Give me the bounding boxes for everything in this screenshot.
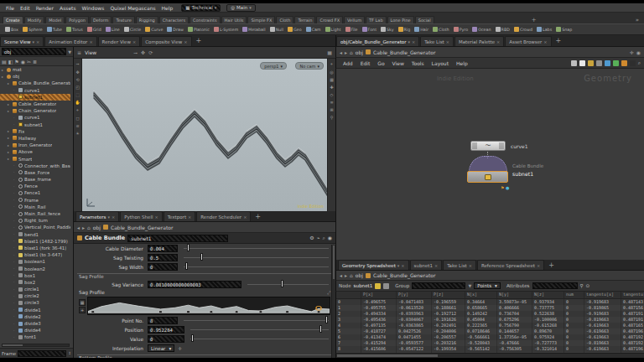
node-input-flag[interactable]	[472, 142, 477, 149]
shelf-add-icon[interactable]: +	[529, 17, 539, 23]
ramp-preset-icon[interactable]: ▦	[79, 299, 86, 306]
column-header[interactable]: N[y]	[497, 292, 532, 298]
tree-item-frame[interactable]: ·Frame	[0, 197, 70, 204]
class-select[interactable]: Points▾	[474, 282, 501, 289]
search-icon[interactable]: ⌕	[638, 59, 641, 66]
expand-arrow-icon[interactable]: ·	[13, 280, 17, 284]
snapshot-icon[interactable]: ◉	[636, 49, 641, 55]
tree-item-curve1[interactable]: ·curve1	[0, 114, 70, 121]
shelf-tab-lone-pine[interactable]: Lone Pine	[387, 16, 414, 23]
slider-handle[interactable]	[281, 280, 283, 287]
tree-item-divide2[interactable]: ·divide2	[0, 313, 70, 320]
expand-arrow-icon[interactable]: ▸	[8, 109, 11, 113]
node-output-flag[interactable]	[499, 142, 504, 149]
table-row[interactable]: 2-0.494334-0.0393963-0.1927120.1492420.7…	[336, 311, 644, 317]
breadcrumb-root[interactable]: obj	[356, 49, 363, 55]
handles-tool-icon[interactable]: ⟳	[148, 49, 153, 55]
cut-icon[interactable]: ✂	[27, 59, 31, 65]
desktop-selector[interactable]: ▦Technical▾	[181, 4, 221, 12]
menu-help[interactable]: Help	[159, 5, 176, 11]
shelf-tool-grid[interactable]: Grid	[86, 27, 103, 32]
shelf-tool-curve[interactable]: Curve	[143, 27, 164, 32]
column-header[interactable]	[336, 292, 361, 298]
expand-arrow-icon[interactable]: ·	[13, 322, 17, 326]
node-name-field[interactable]: subnet1	[127, 235, 228, 242]
ramp-point-handle[interactable]	[91, 311, 95, 313]
menu-quixel-megascans[interactable]: Quixel Megascans	[107, 5, 158, 11]
expand-arrow-icon[interactable]: ·	[13, 266, 17, 271]
tree-item-fence1[interactable]: ·Fence1	[0, 189, 70, 196]
new-tab-icon[interactable]: +	[193, 37, 205, 44]
attributes-input[interactable]	[532, 282, 578, 289]
home-icon[interactable]: ⌂	[350, 49, 353, 55]
ramp-point-handle[interactable]	[235, 311, 238, 313]
shelf-tool-cloth[interactable]: Cloth	[431, 27, 451, 32]
chevron-down-icon[interactable]: ▾	[408, 39, 410, 44]
new-tab-icon[interactable]: +	[553, 37, 565, 44]
tree-item-curve1[interactable]: ·curve1	[0, 87, 70, 94]
expand-arrow-icon[interactable]: ·	[13, 95, 17, 99]
tree-item-box1[interactable]: ·box1	[0, 272, 70, 279]
viewport-snap-icon[interactable]: ▦	[330, 77, 334, 82]
pane-tab-render-view[interactable]: Render View×	[98, 36, 141, 46]
pane-tab-material-palette[interactable]: Material Palette×	[454, 36, 504, 46]
forward-icon[interactable]: ▸	[345, 272, 347, 278]
param-value-field[interactable]: 0.0810000000000003	[148, 281, 242, 288]
viewport-tool-icon[interactable]: ✥	[75, 70, 79, 75]
tree-item-divide1[interactable]: ·divide1	[0, 307, 70, 313]
param-slider[interactable]	[190, 329, 329, 330]
node-value[interactable]: subnet1	[354, 283, 373, 288]
shelf-tool-circle[interactable]: Circle	[122, 27, 143, 32]
expand-arrow-icon[interactable]: ·	[13, 301, 17, 305]
shelf-tab-vellum[interactable]: Vellum	[344, 16, 365, 23]
ramp-expand-icon[interactable]: ⤢	[327, 290, 330, 296]
tree-item-obj[interactable]: ▸obj	[0, 73, 70, 80]
tree-item-above[interactable]: ▸Above	[0, 148, 70, 155]
close-icon[interactable]: ×	[401, 263, 404, 268]
expand-arrow-icon[interactable]: ·	[13, 88, 17, 92]
home-icon[interactable]: ⌂	[350, 272, 353, 278]
param-slider[interactable]	[247, 284, 329, 285]
viewport-snap-icon[interactable]: ⚲	[330, 115, 334, 120]
close-icon[interactable]: ×	[243, 215, 247, 220]
shelf-tab-rigging[interactable]: Rigging	[136, 16, 158, 23]
group-input[interactable]	[412, 282, 465, 289]
shelf-tab-social[interactable]: Social	[415, 16, 434, 23]
shelf-tool-platonic[interactable]: Platonic	[186, 27, 211, 32]
shelf-tool-geo[interactable]: Geo	[286, 27, 304, 32]
expand-arrow-icon[interactable]: ·	[13, 273, 17, 277]
expand-arrow-icon[interactable]: ·	[13, 314, 17, 318]
viewport-tool-icon[interactable]: ◰	[75, 85, 80, 90]
pane-tab-animation-editor[interactable]: Animation Editor×	[44, 36, 96, 46]
forward-icon[interactable]: ▸	[345, 49, 347, 55]
shelf-tab-simple-fx[interactable]: Simple FX	[247, 16, 275, 23]
expand-arrow-icon[interactable]: ▸	[8, 81, 11, 85]
breadcrumb-root[interactable]: obj	[93, 225, 101, 230]
pane-tab-python-shell[interactable]: Python Shell×	[120, 211, 162, 221]
shelf-tool-light[interactable]: Light	[324, 27, 343, 32]
close-icon[interactable]: ×	[132, 39, 136, 44]
expand-arrow-icon[interactable]: ·	[13, 163, 17, 168]
viewport-snap-icon[interactable]: ◎	[330, 70, 333, 75]
expand-arrow-icon[interactable]: ·	[13, 294, 17, 298]
shelf-tool-hair[interactable]: Hair	[413, 27, 430, 32]
table-row[interactable]: 3-0.495436-0.0304067-0.1916260.450040.67…	[336, 317, 644, 323]
expand-arrow-icon[interactable]: ▸	[8, 129, 11, 133]
shelf-tab-tf-lab[interactable]: TF Lab	[366, 16, 387, 23]
table-row[interactable]: 6-0.4134740.0471455-0.206557-0.5666611.3…	[336, 334, 644, 340]
param-slider[interactable]	[190, 339, 329, 339]
tree-item-fence[interactable]: ·Fence	[0, 183, 70, 189]
shelf-tab-crowd-fx[interactable]: Crowd FX	[316, 16, 343, 23]
shelf-overflow-icon[interactable]: »	[633, 17, 641, 23]
expand-arrow-icon[interactable]: ·	[13, 308, 17, 312]
pane-menu-icon[interactable]: ≡	[77, 49, 81, 55]
menu-windows[interactable]: Windows	[80, 5, 107, 11]
close-icon[interactable]: ×	[36, 39, 39, 44]
tree-item-circle3[interactable]: ·circle3	[0, 299, 70, 306]
shelf-tool-rig[interactable]: Rig	[397, 27, 413, 32]
chevron-down-icon[interactable]: ▾	[397, 263, 400, 268]
slider-handle[interactable]	[319, 325, 322, 333]
netmenu-add[interactable]: Add	[340, 60, 356, 66]
tree-item-main-rail[interactable]: ·Main_Rail	[0, 204, 70, 210]
tree-hscrollbar[interactable]	[2, 344, 70, 347]
